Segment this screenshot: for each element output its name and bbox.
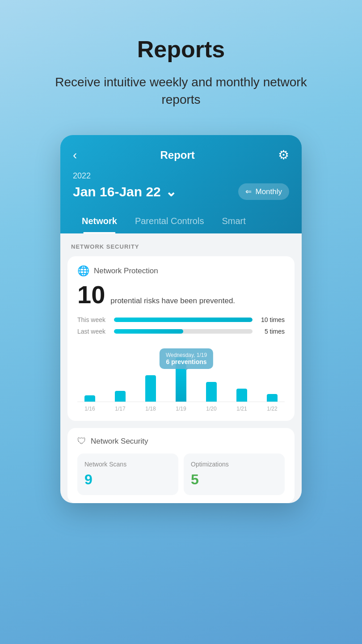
chart-label-3: 1/18 [138,406,163,412]
monthly-label: Monthly [255,187,282,196]
scan-grid: Network Scans 9 Optimizations 5 [77,453,285,495]
chart-label-2: 1/17 [108,406,133,412]
page-title: Reports [137,36,225,63]
network-protection-card: 🌐 Network Protection 10 protential risks… [67,256,295,421]
card-header: ‹ Report ⚙ 2022 Jan 16-Jan 22 ⌄ ⇐ Monthl… [60,135,302,233]
shield-title-row: 🛡 Network Security [77,436,285,446]
year-label: 2022 [73,171,289,181]
chart-container: Wednesday, 1/19 6 preventions [77,348,285,412]
chart-label-4: 1/19 [168,406,194,412]
chart-bar-2 [115,391,126,402]
last-week-fill [114,329,183,334]
chart-bars [77,348,285,402]
risk-count-row: 10 protential risks have been prevented. [77,282,285,307]
shield-icon: 🛡 [77,436,86,446]
this-week-bar-row: This week 10 times [77,316,285,323]
chart-bar-col-5 [199,357,224,402]
tab-network[interactable]: Network [73,211,126,233]
monthly-badge[interactable]: ⇐ Monthly [238,183,289,200]
chart-bar-4 [176,357,186,402]
gear-icon[interactable]: ⚙ [278,148,289,162]
chart-bar-7 [267,394,278,402]
last-week-label: Last week [77,328,109,335]
optimizations-value: 5 [191,471,278,488]
protection-title-row: 🌐 Network Protection [77,265,285,277]
globe-icon: 🌐 [77,265,89,277]
network-security-card: 🛡 Network Security Network Scans 9 Optim… [67,428,295,503]
page-subtitle: Receive intuitive weekly and monthly net… [47,73,315,108]
chart-label-6: 1/21 [229,406,254,412]
this-week-label: This week [77,316,109,323]
tab-smart[interactable]: Smart [213,211,254,233]
chart-bar-col-1 [77,357,102,402]
chart-bar-col-2 [108,357,133,402]
optimizations-label: Optimizations [191,461,278,468]
this-week-fill [114,318,253,322]
chart-bar-1 [84,395,95,402]
chart-label-5: 1/20 [199,406,224,412]
last-week-track [114,329,253,334]
last-week-value: 5 times [258,328,285,335]
monthly-icon: ⇐ [245,187,252,196]
chevron-down-icon: ⌄ [165,184,177,199]
optimizations-box: Optimizations 5 [184,453,285,495]
chart-bar-3 [145,375,156,402]
chart-bar-col-7 [260,357,285,402]
card-body: NETWORK SECURITY 🌐 Network Protection 10… [60,233,302,503]
chart-bar-6 [236,389,247,402]
header-top: ‹ Report ⚙ [73,148,289,162]
scans-value: 9 [84,471,171,488]
this-week-track [114,318,253,322]
chart-label-7: 1/22 [260,406,285,412]
chart-bar-col-3 [138,357,163,402]
risk-count: 10 [77,282,105,307]
date-range-selector[interactable]: Jan 16-Jan 22 ⌄ [73,184,177,199]
chart-bar-col-4 [168,357,194,402]
back-button[interactable]: ‹ [73,148,77,162]
scans-label: Network Scans [84,461,171,468]
protection-label: Network Protection [94,267,158,275]
section-label: NETWORK SECURITY [60,233,302,256]
chart-bar-5 [206,382,217,402]
tab-parental-controls[interactable]: Parental Controls [126,211,213,233]
security-label: Network Security [91,437,148,446]
this-week-value: 10 times [258,316,285,323]
chart-labels: 1/16 1/17 1/18 1/19 1/20 1/21 1/22 [77,402,285,412]
chart-label-1: 1/16 [77,406,102,412]
date-row: Jan 16-Jan 22 ⌄ ⇐ Monthly [73,183,289,200]
network-scans-box: Network Scans 9 [77,453,178,495]
tabs: Network Parental Controls Smart [73,211,289,233]
last-week-bar-row: Last week 5 times [77,328,285,335]
chart-bar-col-6 [229,357,254,402]
report-card: ‹ Report ⚙ 2022 Jan 16-Jan 22 ⌄ ⇐ Monthl… [60,135,302,503]
date-range-text: Jan 16-Jan 22 [73,184,161,199]
header-title: Report [160,149,194,161]
risk-description: protential risks have been prevented. [110,297,235,305]
